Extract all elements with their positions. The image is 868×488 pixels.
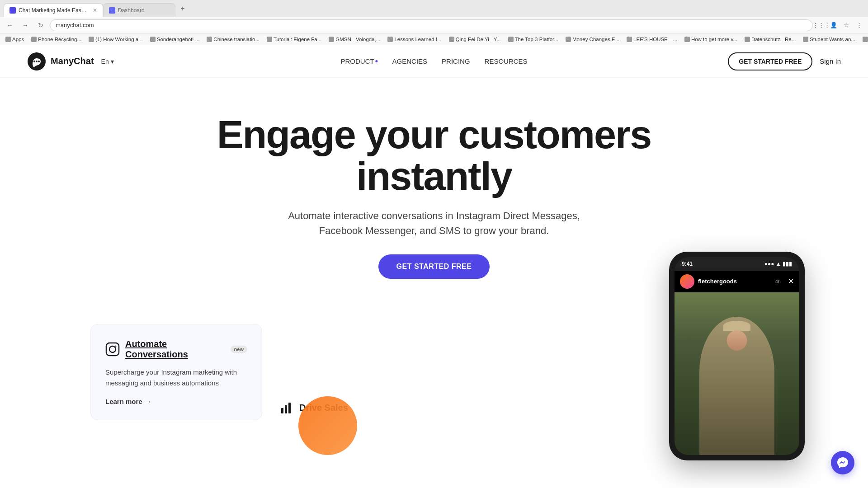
bookmark-label: Money Changes E...	[572, 37, 619, 42]
address-bar[interactable]: manychat.com	[50, 19, 813, 31]
browser-tab-active[interactable]: Chat Marketing Made Easy w... ✕	[4, 3, 103, 17]
hero-get-started-button[interactable]: GET STARTED FREE	[378, 254, 490, 279]
bookmark-label: Student Wants an...	[810, 37, 855, 42]
bookmark-7[interactable]: Lessons Learned f...	[386, 35, 443, 44]
refresh-button[interactable]: ↻	[34, 19, 47, 32]
bookmark-label: GMSN - Vologda,...	[335, 37, 380, 42]
forward-button[interactable]: →	[19, 19, 32, 32]
nav-item-pricing[interactable]: PRICING	[442, 57, 470, 65]
automate-conversations-card: Automate Conversations new Supercharge y…	[90, 324, 262, 420]
bookmark-apps[interactable]: Apps	[4, 35, 26, 44]
bookmark-favicon-6	[329, 37, 334, 42]
nav-menu: PRODUCT AGENCIES PRICING RESOURCES	[340, 57, 527, 65]
bookmark-icon[interactable]: ☆	[841, 20, 852, 31]
bookmark-label: LEE'S HOUSE—...	[633, 37, 677, 42]
browser-toolbar: ← → ↻ manychat.com ⋮⋮⋮ 👤 ☆ ⋮	[0, 17, 868, 33]
nav-item-resources-label: RESOURCES	[485, 57, 528, 65]
extensions-icon[interactable]: ⋮⋮⋮	[816, 20, 826, 31]
phone-connectivity: ●●● ▲ ▮▮▮	[764, 261, 792, 267]
svg-point-7	[115, 345, 117, 347]
bookmark-13[interactable]: Datenschutz - Re...	[743, 35, 797, 44]
svg-point-2	[36, 61, 38, 62]
svg-rect-5	[106, 343, 119, 356]
language-selector[interactable]: En ▾	[101, 58, 114, 65]
nav-get-started-button[interactable]: GET STARTED FREE	[728, 52, 812, 70]
phone-close-icon[interactable]: ✕	[788, 277, 794, 286]
svg-point-1	[33, 61, 35, 62]
features-section: Automate Conversations new Supercharge y…	[0, 297, 868, 441]
person-silhouette	[699, 317, 774, 455]
bookmark-favicon-9	[508, 37, 514, 42]
bookmark-4[interactable]: Chinese translatio...	[205, 35, 261, 44]
bookmark-label: (1) How Working a...	[95, 37, 143, 42]
nav-item-agencies-label: AGENCIES	[392, 57, 428, 65]
bookmark-1[interactable]: Phone Recycling...	[29, 35, 83, 44]
feature-badge-new: new	[231, 346, 247, 353]
bookmark-favicon-3	[150, 37, 156, 42]
browser-window: Chat Marketing Made Easy w... ✕ Dashboar…	[0, 0, 868, 488]
nav-item-product[interactable]: PRODUCT	[340, 57, 377, 65]
url-text: manychat.com	[56, 22, 94, 28]
tab-close-manychat[interactable]: ✕	[93, 7, 97, 14]
phone-avatar	[680, 274, 694, 289]
bookmark-favicon-14	[803, 37, 808, 42]
hero-title-line2: instantly	[356, 154, 512, 198]
bookmark-9[interactable]: The Top 3 Platfor...	[506, 35, 560, 44]
bookmark-favicon-11	[627, 37, 632, 42]
tab-title-manychat: Chat Marketing Made Easy w...	[19, 7, 88, 14]
more-options-icon[interactable]: ⋮	[854, 20, 864, 31]
profile-icon[interactable]: 👤	[828, 20, 839, 31]
bookmark-label: Datenschutz - Re...	[751, 37, 796, 42]
nav-actions: GET STARTED FREE Sign In	[728, 52, 841, 70]
phone-time-ago: 4h	[775, 279, 781, 284]
chat-fab-button[interactable]	[831, 451, 854, 474]
svg-point-3	[38, 61, 40, 62]
phone-time: 9:41	[682, 261, 693, 267]
nav-item-pricing-label: PRICING	[442, 57, 470, 65]
hero-title: Engage your customers instantly	[18, 114, 850, 197]
feature-card-header: Automate Conversations new	[105, 339, 247, 360]
bookmark-favicon-2	[89, 37, 94, 42]
browser-titlebar: Chat Marketing Made Easy w... ✕ Dashboar…	[0, 0, 868, 17]
browser-tab-dashboard[interactable]: Dashboard	[103, 3, 175, 17]
learn-more-arrow-icon: →	[145, 398, 152, 405]
lang-chevron-icon: ▾	[111, 58, 114, 65]
logo-area[interactable]: ManyChat	[27, 52, 94, 71]
bookmark-label: Apps	[12, 37, 24, 42]
bookmark-label: Qing Fei De Yi - Y...	[456, 37, 501, 42]
main-nav: ManyChat En ▾ PRODUCT AGENCIES PRICING R…	[0, 45, 868, 78]
bookmark-15[interactable]: (2) How To Add ...	[861, 35, 868, 44]
nav-item-agencies[interactable]: AGENCIES	[392, 57, 428, 65]
bookmark-label: How to get more v...	[691, 37, 737, 42]
new-tab-button[interactable]: +	[177, 3, 188, 14]
back-button[interactable]: ←	[4, 19, 16, 32]
bookmark-14[interactable]: Student Wants an...	[801, 35, 857, 44]
messenger-icon	[836, 456, 849, 469]
nav-sign-in-button[interactable]: Sign In	[820, 57, 841, 65]
bookmark-6[interactable]: GMSN - Vologda,...	[327, 35, 382, 44]
bookmark-2[interactable]: (1) How Working a...	[87, 35, 145, 44]
bookmarks-bar: Apps Phone Recycling... (1) How Working …	[0, 33, 868, 45]
bookmark-11[interactable]: LEE'S HOUSE—...	[625, 35, 679, 44]
bookmark-12[interactable]: How to get more v...	[683, 35, 739, 44]
learn-more-text: Learn more	[105, 398, 142, 405]
bookmark-favicon-7	[387, 37, 393, 42]
bookmark-10[interactable]: Money Changes E...	[564, 35, 621, 44]
bookmark-8[interactable]: Qing Fei De Yi - Y...	[447, 35, 503, 44]
feature-description-automate: Supercharge your Instagram marketing wit…	[105, 367, 247, 389]
person-head	[727, 330, 747, 351]
hero-title-line1: Engage your customers	[217, 112, 651, 157]
bookmark-favicon-13	[745, 37, 750, 42]
bookmark-favicon-1	[31, 37, 37, 42]
instagram-icon	[105, 342, 120, 357]
bookmark-label: Tutorial: Eigene Fa...	[274, 37, 321, 42]
bookmark-label: Sonderangebot! ...	[157, 37, 200, 42]
feature-title-automate: Automate Conversations	[125, 339, 222, 360]
tab-favicon-dashboard	[109, 7, 115, 14]
nav-item-resources[interactable]: RESOURCES	[485, 57, 528, 65]
svg-rect-8	[281, 408, 283, 413]
bookmark-3[interactable]: Sonderangebot! ...	[148, 35, 202, 44]
feature-learn-more-link[interactable]: Learn more →	[105, 398, 247, 405]
svg-point-6	[109, 346, 116, 352]
bookmark-5[interactable]: Tutorial: Eigene Fa...	[265, 35, 323, 44]
